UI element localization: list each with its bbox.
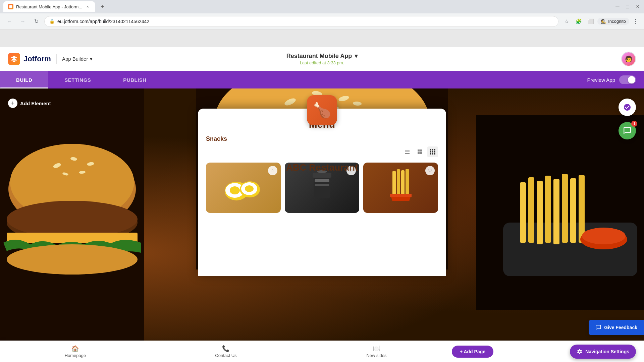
svg-rect-34 [553,179,559,244]
give-feedback-label: Give Feedback [604,325,637,330]
give-feedback-button[interactable]: Give Feedback [589,320,644,335]
add-page-label: + Add Page [460,349,485,354]
svg-rect-35 [562,174,568,243]
food-card-3[interactable]: ♡ [363,163,438,213]
svg-rect-44 [420,149,422,152]
nav-contact-us[interactable]: 📞 Contact Us [151,345,301,358]
svg-rect-52 [434,151,435,153]
refresh-button[interactable]: ↻ [31,16,42,27]
address-bar[interactable]: 🔒 eu.jotform.com/app/build/2314021145624… [44,16,558,27]
add-element-button[interactable]: + Add Element [8,99,51,108]
new-tab-button[interactable]: + [98,2,107,11]
svg-rect-41 [405,152,410,152]
list-view-button[interactable] [402,146,413,157]
navigation-settings-label: Navigation Settings [585,349,629,354]
svg-rect-65 [315,184,329,186]
tab-publish-label: PUBLISH [123,77,146,83]
browser-title-bar: Restaurant Mobile App - Jotform... × + ─… [0,0,644,13]
svg-point-61 [245,185,254,192]
extensions-button[interactable]: 🧩 [573,16,584,27]
svg-rect-43 [418,149,420,152]
svg-rect-36 [570,178,576,243]
tab-settings-label: SETTINGS [64,77,91,83]
incognito-label: Incognito [608,19,626,24]
app-builder-button[interactable]: App Builder ▾ [62,56,93,62]
browser-menu-button[interactable]: ⋮ [631,17,640,26]
restaurant-icon-emoji: 🍗 [313,102,331,119]
tab-build-label: BUILD [16,77,32,83]
tab-build[interactable]: BUILD [0,71,48,88]
svg-rect-62 [314,174,330,198]
logo-text: Jotform [23,55,51,63]
ssl-lock-icon: 🔒 [49,19,55,24]
preview-toggle[interactable] [619,75,636,84]
agent-button[interactable] [619,99,636,116]
restaurant-name-text: ABC Restaurant [286,162,358,173]
restaurant-icon-container: 🍗 [307,95,337,125]
svg-rect-51 [432,151,433,153]
fries-right-image [476,115,644,310]
svg-rect-53 [430,153,431,155]
sides-icon: 🍽️ [373,345,380,352]
chat-badge: 1 [631,121,637,127]
preview-app-area: Preview App [587,75,644,84]
app-builder-chevron-icon: ▾ [90,56,93,62]
last-edited-text: Last edited at 3:33 pm. [286,60,358,65]
app-name-button[interactable]: Restaurant Mobile App ▾ [286,52,358,60]
add-page-button[interactable]: + Add Page [452,346,493,358]
maximize-button[interactable]: □ [625,4,631,10]
window-controls: ─ □ × [614,4,641,10]
nav-new-sides[interactable]: 🍽️ New sides [301,345,452,358]
profile-view-button[interactable]: ⬜ [585,16,596,27]
tab-favicon [8,4,13,9]
browser-nav-right: ☆ 🧩 ⬜ 🕵️ Incognito ⋮ [561,16,640,27]
svg-rect-32 [537,181,543,244]
svg-rect-55 [434,153,435,155]
grid2-view-button[interactable] [415,146,425,157]
food-card-1[interactable]: ♡ [206,163,281,213]
favorite-icon-1[interactable]: ♡ [268,166,277,175]
svg-rect-42 [405,153,410,154]
browser-tab[interactable]: Restaurant Mobile App - Jotform... × [3,1,95,12]
burger-background: 🍗 ABC Restaurant Menu Snacks [0,88,644,362]
tab-settings[interactable]: SETTINGS [48,71,107,88]
svg-point-10 [7,201,138,238]
jotform-logo[interactable] [8,53,20,65]
nav-homepage[interactable]: 🏠 Homepage [0,345,151,358]
svg-rect-30 [520,182,526,243]
navigation-settings-button[interactable]: Navigation Settings [570,345,636,359]
app-name-center: Restaurant Mobile App ▾ Last edited at 3… [286,52,358,65]
app-bottom-nav: 🏠 Homepage 📞 Contact Us 🍽️ New sides + A… [0,341,644,362]
incognito-icon: 🕵️ [601,19,606,24]
close-window-button[interactable]: × [635,4,641,10]
toggle-knob [628,76,635,83]
app-panel: Menu Snacks [198,109,446,276]
grid3-view-button[interactable] [427,146,438,157]
restaurant-icon: 🍗 [307,95,337,125]
chat-button[interactable]: 1 [619,122,636,139]
svg-rect-70 [406,169,409,194]
svg-rect-31 [528,177,534,243]
svg-rect-67 [392,171,396,194]
avatar-image: 🧑 [622,52,635,66]
svg-rect-45 [418,152,420,154]
app-name-chevron-icon: ▾ [355,52,358,60]
contact-icon: 📞 [222,345,229,352]
svg-rect-48 [432,149,433,150]
svg-point-12 [7,244,138,275]
svg-rect-54 [432,153,433,155]
user-avatar[interactable]: 🧑 [621,52,636,66]
svg-rect-49 [434,149,435,150]
incognito-indicator: 🕵️ Incognito [597,18,629,25]
favorite-icon-3[interactable]: ♡ [425,166,435,175]
back-button[interactable]: ← [4,16,15,27]
tab-close-button[interactable]: × [85,4,90,9]
view-toggle [206,146,438,157]
tab-publish[interactable]: PUBLISH [107,71,162,88]
minimize-button[interactable]: ─ [614,4,621,10]
svg-rect-69 [401,170,405,194]
forward-button[interactable]: → [17,16,28,27]
svg-rect-33 [545,176,551,243]
svg-point-39 [582,228,626,244]
bookmark-button[interactable]: ☆ [561,16,572,27]
